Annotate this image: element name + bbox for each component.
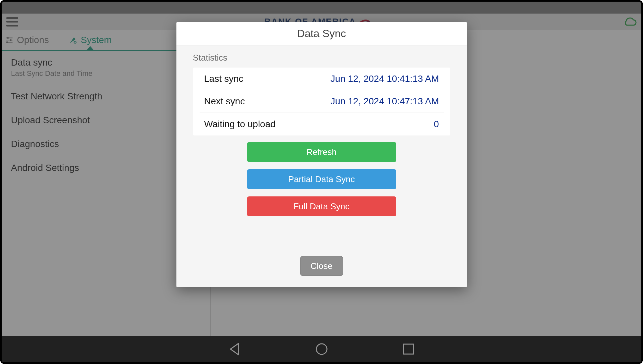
modal-scrim[interactable]: Data Sync Statistics Last sync Jun 12, 2…: [2, 2, 641, 362]
stat-row-next-sync: Next sync Jun 12, 2024 10:47:13 AM: [193, 90, 450, 113]
next-sync-value: Jun 12, 2024 10:47:13 AM: [331, 96, 439, 107]
last-sync-label: Last sync: [204, 74, 243, 84]
dialog-title: Data Sync: [176, 22, 467, 45]
last-sync-value: Jun 12, 2024 10:41:13 AM: [331, 74, 439, 84]
stat-row-waiting: Waiting to upload 0: [193, 113, 450, 135]
full-sync-button[interactable]: Full Data Sync: [247, 196, 396, 216]
waiting-label: Waiting to upload: [204, 119, 276, 130]
waiting-value: 0: [434, 119, 439, 130]
data-sync-dialog: Data Sync Statistics Last sync Jun 12, 2…: [176, 22, 467, 287]
close-button[interactable]: Close: [300, 256, 343, 276]
refresh-button[interactable]: Refresh: [247, 142, 396, 162]
partial-sync-button[interactable]: Partial Data Sync: [247, 169, 396, 189]
statistics-label: Statistics: [176, 45, 467, 68]
next-sync-label: Next sync: [204, 96, 245, 107]
dialog-buttons: Refresh Partial Data Sync Full Data Sync: [176, 142, 467, 216]
statistics-card: Last sync Jun 12, 2024 10:41:13 AM Next …: [193, 68, 450, 135]
stat-row-last-sync: Last sync Jun 12, 2024 10:41:13 AM: [193, 68, 450, 90]
